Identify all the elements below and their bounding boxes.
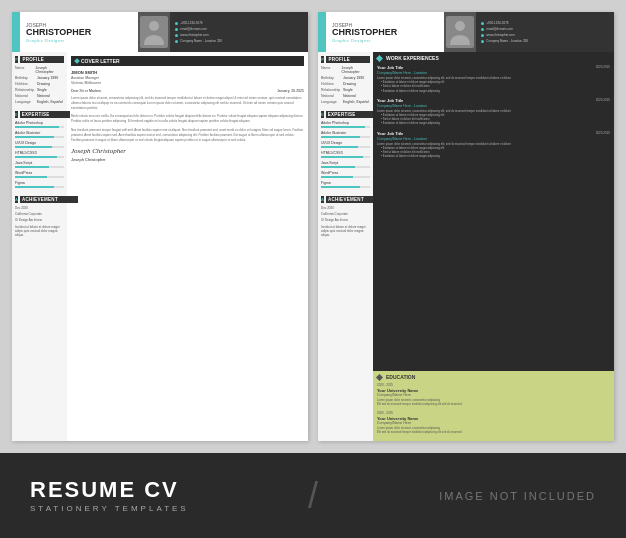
- photo-placeholder: [140, 16, 168, 48]
- bottom-bar: RESUME CV STATIONERY TEMPLATES / IMAGE N…: [0, 453, 626, 538]
- dot-icon: [175, 22, 178, 25]
- work-edu-content: WORK EXPERIENCES Your Job Title 2020-202…: [373, 52, 614, 441]
- right-photo-placeholder: [446, 16, 474, 48]
- right-contact-website: www.christopher.com: [481, 33, 609, 37]
- left-name-area: JOSEPH CHRISTOPHER Graphic Designer: [20, 12, 138, 52]
- main-container: JOSEPH CHRISTOPHER Graphic Designer: [0, 0, 626, 538]
- resume-right: JOSEPH CHRISTOPHER Graphic Designer: [318, 12, 614, 441]
- right-contact-email: email@domain.com: [481, 27, 609, 31]
- signature-name: Joseph Christopher: [71, 157, 304, 162]
- right-job-title: Graphic Designer: [332, 38, 438, 43]
- person-icon: [144, 19, 164, 45]
- edu-diamond-icon: [376, 374, 383, 381]
- profile-birthday: Birthday January 1990: [15, 76, 64, 80]
- left-teal-bar: [12, 12, 20, 52]
- expertise-photoshop: Adobe Photoshop: [15, 121, 64, 128]
- profile-section: P PROFILE Name Joseph Christopher Birthd…: [15, 56, 64, 106]
- achievement-year: Dec 2020: [15, 206, 64, 210]
- resume-left: JOSEPH CHRISTOPHER Graphic Designer: [12, 12, 308, 441]
- expertise-html: HTML5/CSS3: [15, 151, 64, 158]
- left-header: JOSEPH CHRISTOPHER Graphic Designer: [12, 12, 308, 52]
- right-expertise-section: E EXPERTISE Adobe Photoshop Adobe Illust…: [321, 111, 370, 191]
- bottom-divider: /: [308, 475, 318, 517]
- right-achievement-header: A ACHIEVEMENT: [321, 196, 370, 203]
- signature-area: Joseph Christopher Joseph Christopher: [71, 147, 304, 162]
- profile-national: National National: [15, 94, 64, 98]
- right-contact: +000-1234-5678 email@domain.com www.chri…: [476, 12, 614, 52]
- expertise-header: E EXPERTISE: [15, 111, 64, 118]
- resumes-section: JOSEPH CHRISTOPHER Graphic Designer: [0, 0, 626, 453]
- dot-icon: [175, 34, 178, 37]
- left-last-name: CHRISTOPHER: [26, 28, 132, 37]
- achievement-header: A ACHIEVEMENT: [15, 196, 64, 203]
- edu-title: EDUCATION: [377, 374, 610, 380]
- achievement-company: California Corporate: [15, 212, 64, 216]
- cover-para2: Morbi volutis eros nec mollis. Ea conseq…: [71, 114, 304, 124]
- bottom-left: RESUME CV STATIONERY TEMPLATES: [30, 479, 288, 513]
- left-contact: +000-1234-5678 email@domain.com www.chri…: [170, 12, 308, 52]
- work-item-2: Your Job Title 2020-2025 Company/Name He…: [377, 98, 610, 126]
- profile-language: Language English, Español: [15, 100, 64, 104]
- expertise-section: E EXPERTISE Adobe Photoshop Adobe Illust…: [15, 111, 64, 191]
- bottom-right-text: IMAGE NOT INCLUDED: [338, 490, 596, 502]
- right-name-area: JOSEPH CHRISTOPHER Graphic Designer: [326, 12, 444, 52]
- right-profile-header: P PROFILE: [321, 56, 370, 63]
- dot-icon: [175, 40, 178, 43]
- dot-icon: [481, 22, 484, 25]
- left-body: P PROFILE Name Joseph Christopher Birthd…: [12, 52, 308, 441]
- right-contact-address: Company Name - Location 328: [481, 39, 609, 43]
- bottom-subtitle: STATIONERY TEMPLATES: [30, 504, 288, 513]
- dot-icon: [175, 28, 178, 31]
- achievement-award: UI Design Aw Inners: [15, 218, 64, 222]
- right-header: JOSEPH CHRISTOPHER Graphic Designer: [318, 12, 614, 52]
- cover-dear: Dear Sir or Madam, January, 20-2025: [71, 89, 304, 93]
- left-photo: [138, 12, 170, 52]
- work-item-3: Your Job Title 2020-2025 Company/Name He…: [377, 131, 610, 159]
- signature: Joseph Christopher: [71, 147, 304, 155]
- svg-point-0: [149, 21, 159, 31]
- left-job-title: Graphic Designer: [26, 38, 132, 43]
- cover-para3: Nec tincidunt praesent tempor feugiat ve…: [71, 128, 304, 142]
- right-profile-title: PROFILE: [326, 56, 370, 63]
- cover-city: Victoria, Melbourne: [71, 81, 304, 85]
- right-sidebar: P PROFILE Name Joseph Christopher Birthd…: [318, 52, 373, 441]
- bottom-title: RESUME CV: [30, 479, 288, 501]
- left-sidebar: P PROFILE Name Joseph Christopher Birthd…: [12, 52, 67, 441]
- bottom-right: IMAGE NOT INCLUDED: [338, 490, 596, 502]
- contact-email: email@domain.com: [175, 27, 303, 31]
- expertise-figma: Figma: [15, 181, 64, 188]
- right-person-icon: [450, 19, 470, 45]
- expertise-js: Java Script: [15, 161, 64, 168]
- contact-phone: +000-1234-5678: [175, 21, 303, 25]
- work-title: WORK EXPERIENCES: [377, 55, 610, 61]
- right-achievement-icon: A: [321, 196, 324, 203]
- edu-section: EDUCATION 2020 - 2025 Your University Na…: [373, 371, 614, 441]
- right-photo: [444, 12, 476, 52]
- cover-position: Assistan Manager: [71, 76, 304, 80]
- right-body: P PROFILE Name Joseph Christopher Birthd…: [318, 52, 614, 441]
- right-expertise-title: EXPERTISE: [326, 111, 376, 118]
- expertise-illustrator: Adobe Illustrator: [15, 131, 64, 138]
- cover-letter-content: COVER LETTER JIMON SMITH Assistan Manage…: [67, 52, 308, 441]
- diamond-icon: [74, 58, 80, 64]
- edu-item-2: 2020 - 2025 Your University Name Company…: [377, 411, 610, 434]
- profile-relationship: Relationship Single: [15, 88, 64, 92]
- right-profile-icon: P: [321, 56, 324, 63]
- right-profile-section: P PROFILE Name Joseph Christopher Birthd…: [321, 56, 370, 106]
- profile-header: P PROFILE: [15, 56, 64, 63]
- achievement-section: A ACHIEVEMENT Dec 2020 California Corpor…: [15, 196, 64, 239]
- cover-title: COVER LETTER: [71, 56, 304, 66]
- right-last-name: CHRISTOPHER: [332, 28, 438, 37]
- work-diamond-icon: [376, 54, 383, 61]
- dot-icon: [481, 40, 484, 43]
- right-expertise-header: E EXPERTISE: [321, 111, 370, 118]
- profile-icon: P: [15, 56, 18, 63]
- cover-para1: Lorem ipsum dolor sit amet, consectetur …: [71, 96, 304, 110]
- contact-address: Company Name - Location 328: [175, 39, 303, 43]
- right-contact-phone: +000-1234-5678: [481, 21, 609, 25]
- profile-title: PROFILE: [20, 56, 64, 63]
- right-expertise-icon: E: [321, 111, 324, 118]
- dot-icon: [481, 28, 484, 31]
- dot-icon: [481, 34, 484, 37]
- expertise-wp: WordPress: [15, 171, 64, 178]
